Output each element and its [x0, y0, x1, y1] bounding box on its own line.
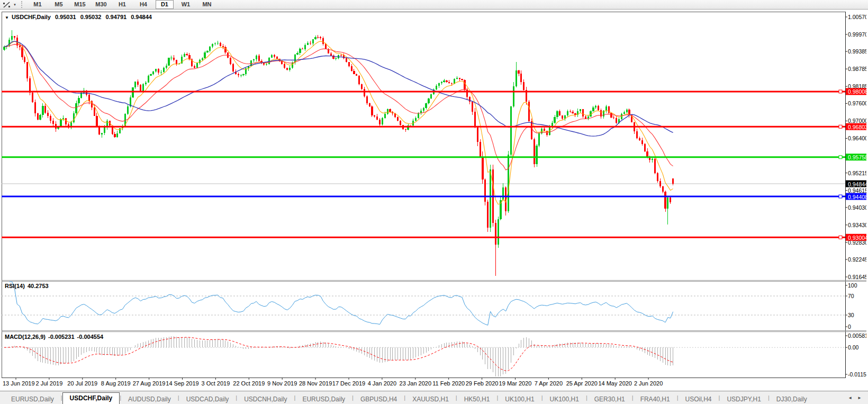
tab-gbpusd-h4[interactable]: GBPUSD,H4 [354, 394, 404, 404]
hline-handle[interactable] [839, 125, 842, 128]
price-axis-label: 0.94030 [848, 204, 866, 211]
hline-handle[interactable] [839, 195, 842, 198]
tab-hk50-h1[interactable]: HK50,H1 [457, 394, 497, 404]
price-axis-label: 0.99385 [848, 48, 866, 55]
collapse-triangle-icon[interactable]: ▼ [5, 15, 9, 20]
toolbar-grip [21, 1, 22, 8]
price-axis-label: 0.92245 [848, 256, 866, 263]
hline-label-text: 0.93004 [848, 235, 866, 241]
macd-axis-label: 0.00 [848, 344, 859, 351]
tool-dropdown-caret-icon[interactable]: ▼ [13, 3, 16, 6]
date-axis-label: 19 Mar 2020 [499, 380, 532, 387]
timeframe-m5-button[interactable]: M5 [50, 0, 68, 9]
line-studies-tool-icon[interactable] [3, 1, 12, 8]
tab-list: EURUSD,Daily|USDCHF,Daily|AUDUSD,Daily|U… [0, 391, 814, 404]
tab-usdcad-daily[interactable]: USDCAD,Daily [179, 394, 236, 404]
hline-handle[interactable] [839, 90, 842, 93]
macd-header: MACD(12,26,9)-0.005231-0.004554 [5, 334, 106, 340]
rsi-line [10, 282, 673, 325]
macd-axis-label: 0.005818 [848, 333, 866, 339]
date-axis-label: 11 Feb 2020 [432, 380, 465, 387]
rsi-header: RSI(14)40.2753 [5, 283, 51, 289]
rsi-axis-label: 70 [848, 293, 854, 299]
timeframe-d1-button[interactable]: D1 [156, 0, 174, 9]
tab-uk100-h1[interactable]: UK100,H1 [498, 394, 541, 404]
macd-axis: 0.0058180.00-0.011514 [845, 333, 866, 378]
price-axis-label: 1.00570 [848, 14, 866, 20]
tab-usdjpy-h1[interactable]: USDJPY,H1 [720, 394, 767, 404]
price-axis-label: 0.95215 [848, 170, 866, 176]
chart-canvas[interactable]: 1.005700.999700.993850.987850.981850.976… [2, 12, 866, 390]
rsi-title: RSI(14) [5, 283, 25, 289]
rsi-axis-label: 30 [848, 312, 854, 318]
tab-scroll-left-icon[interactable]: ◄ [848, 396, 852, 400]
timeframe-buttons: M1M5M15M30H1H4D1W1MN [27, 0, 218, 9]
price-axis-label: 0.94615 [848, 187, 866, 194]
quote-low: 0.94791 [105, 14, 126, 20]
price-axis-label: 0.97000 [848, 118, 866, 124]
date-axis-label: 3 Oct 2019 [201, 380, 230, 387]
timeframe-m1-button[interactable]: M1 [29, 0, 47, 9]
tab-ger30-h1[interactable]: GER30,H1 [587, 394, 632, 404]
timeframe-m15-button[interactable]: M15 [71, 0, 89, 9]
hline-label-text: 0.98008 [848, 88, 866, 95]
tab-fra40-h1[interactable]: FRA40,H1 [634, 394, 677, 404]
ma-medium-line [4, 44, 673, 170]
price-axis-label: 0.98785 [848, 66, 866, 72]
date-axis-label: 17 Dec 2019 [332, 380, 365, 387]
tab-uk100-h1[interactable]: UK100,H1 [543, 394, 586, 404]
date-axis-label: 9 Nov 2019 [267, 380, 297, 387]
tab-dj30-daily[interactable]: DJ30,Daily [770, 394, 814, 404]
macd-title: MACD(12,26,9) [5, 334, 46, 340]
date-axis-label: 27 Aug 2019 [133, 380, 166, 387]
quote-high: 0.95032 [80, 14, 102, 20]
date-axis-label: 13 Jun 2019 [3, 380, 35, 387]
timeframe-w1-button[interactable]: W1 [177, 0, 195, 9]
date-axis-label: 8 Aug 2019 [101, 380, 131, 387]
price-axis-label: 0.96400 [848, 135, 866, 141]
tab-usoil-h4[interactable]: USOil,H4 [679, 394, 719, 404]
hline-label-text: 0.96803 [848, 124, 866, 130]
price-axis-label: 0.91645 [848, 274, 866, 280]
hline-label-text: 0.95758 [848, 154, 866, 160]
date-axis-label: 22 Oct 2019 [233, 380, 265, 387]
macd-histogram [4, 336, 673, 376]
tab-scroll-right-icon[interactable]: ► [857, 396, 862, 400]
tab-xauusd-h1[interactable]: XAUUSD,H1 [405, 394, 456, 404]
rsi-value: 40.2753 [28, 283, 49, 289]
tab-scroll-arrows: ◄ ► [848, 391, 868, 404]
price-axis-label: 0.93430 [848, 222, 866, 228]
date-axis: 13 Jun 20192 Jul 201920 Jul 20198 Aug 20… [3, 378, 663, 387]
rsi-axis-label: 100 [848, 282, 857, 289]
tab-usdcnh-daily[interactable]: USDCNH,Daily [237, 394, 294, 404]
date-axis-label: 23 Jan 2020 [400, 380, 432, 387]
hline-handle[interactable] [839, 236, 842, 239]
timeframe-m30-button[interactable]: M30 [92, 0, 110, 9]
date-axis-label: 14 Sep 2019 [166, 380, 198, 387]
macd-value-signal: -0.004554 [77, 334, 104, 340]
date-axis-label: 2 Jul 2019 [36, 380, 63, 387]
chart-symbol-period: USDCHF,Daily [12, 14, 51, 20]
ma-fast-line [4, 41, 673, 204]
timeframe-h1-button[interactable]: H1 [113, 0, 131, 9]
date-axis-label: 29 Feb 2020 [466, 380, 499, 387]
date-axis-label: 7 Apr 2020 [535, 380, 563, 387]
chart-frame [2, 12, 866, 378]
candles-layer [3, 30, 674, 276]
tab-eurusd-daily[interactable]: EURUSD,Daily [295, 394, 352, 404]
date-axis-label: 14 May 2020 [598, 380, 632, 387]
timeframe-h4-button[interactable]: H4 [134, 0, 152, 9]
macd-axis-label: -0.011514 [848, 371, 866, 378]
timeframe-mn-button[interactable]: MN [198, 0, 216, 9]
date-axis-label: 4 Jan 2020 [368, 380, 396, 387]
tab-usdchf-daily[interactable]: USDCHF,Daily [62, 392, 120, 404]
date-axis-label: 20 Jul 2019 [67, 380, 97, 387]
hline-handle[interactable] [839, 156, 842, 159]
date-axis-label: 25 Apr 2020 [566, 380, 598, 387]
tab-audusd-daily[interactable]: AUDUSD,Daily [121, 394, 178, 404]
current-price-label-text: 0.94844 [848, 181, 866, 187]
price-axis-label: 0.99970 [848, 31, 866, 38]
tab-eurusd-daily[interactable]: EURUSD,Daily [4, 394, 61, 404]
tab-bar: EURUSD,Daily|USDCHF,Daily|AUDUSD,Daily|U… [0, 391, 868, 404]
quote-close: 0.94844 [131, 14, 152, 20]
